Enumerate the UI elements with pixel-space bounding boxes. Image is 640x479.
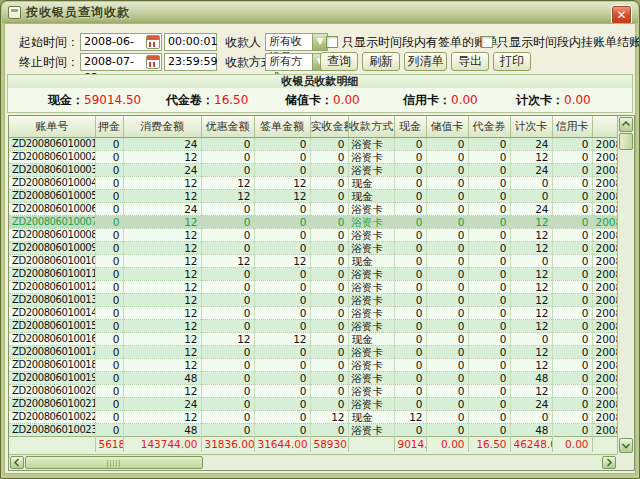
calendar-icon[interactable]	[146, 35, 160, 49]
column-header[interactable]: 优惠金额	[201, 116, 254, 137]
cell: 0	[426, 332, 468, 345]
table-row[interactable]: ZD200806010021024000浴资卡0002402008-0	[9, 397, 617, 410]
cell: 0	[552, 423, 592, 436]
cell: 0	[310, 293, 348, 306]
column-header[interactable]	[592, 116, 617, 137]
cell: ZD200806010009	[9, 241, 95, 254]
table-row[interactable]: ZD200806010023048000浴资卡0004802008-0	[9, 423, 617, 436]
refresh-button[interactable]: 刷新	[362, 52, 400, 71]
table-row[interactable]: ZD200806010009012000浴资卡0001202008-0	[9, 241, 617, 254]
list-button[interactable]: 列清单	[404, 52, 447, 71]
credit-settle-checkbox[interactable]	[481, 36, 493, 48]
cell: 0	[394, 293, 426, 306]
scroll-left-icon[interactable]	[10, 456, 24, 469]
table-row[interactable]: ZD200806010018012000浴资卡0001202008-0	[9, 358, 617, 371]
total-cell	[348, 436, 394, 452]
summary-storedcard-value: 0.00	[333, 93, 360, 107]
query-button[interactable]: 查询	[320, 52, 358, 71]
cell: 0	[310, 397, 348, 410]
table-row[interactable]: ZD200806010012012000浴资卡0001202008-0	[9, 280, 617, 293]
column-header[interactable]: 收款方式	[348, 116, 394, 137]
horizontal-scrollbar[interactable]	[9, 454, 617, 470]
chevron-down-icon[interactable]: ▼	[312, 34, 327, 50]
cell: 0	[426, 397, 468, 410]
table-row[interactable]: ZD200806010002012000浴资卡0001202008-0	[9, 150, 617, 163]
cell: 0	[426, 280, 468, 293]
table-row[interactable]: ZD200806010008012000浴资卡0001202008-0	[9, 228, 617, 241]
method-select[interactable]: 所有方式 ▼	[265, 53, 328, 71]
cell: 0	[394, 306, 426, 319]
cell: 48	[510, 423, 552, 436]
table-row[interactable]: ZD200806010013012000浴资卡0001202008-0	[9, 293, 617, 306]
table-row[interactable]: ZD2008060100220120012现金1200002008-0	[9, 410, 617, 423]
cell: ZD200806010001	[9, 137, 95, 150]
cell: 12	[254, 189, 310, 202]
cell: 24	[123, 137, 201, 150]
cell: 12	[123, 410, 201, 423]
cell: 0	[95, 293, 123, 306]
scroll-up-icon[interactable]	[619, 117, 633, 132]
print-button[interactable]: 打印	[493, 52, 531, 71]
table-row[interactable]: ZD200806010015012000浴资卡0001202008-0	[9, 319, 617, 332]
cell: 0	[394, 254, 426, 267]
title-bar[interactable]: 按收银员查询收款	[2, 2, 638, 23]
end-date-field[interactable]: 2008-07-02	[80, 53, 162, 71]
scroll-down-icon[interactable]	[619, 438, 633, 453]
table-row[interactable]: ZD200806010003024000浴资卡0002402008-0	[9, 163, 617, 176]
cell: 0	[254, 384, 310, 397]
column-header[interactable]: 押金	[95, 116, 123, 137]
column-header[interactable]: 信用卡	[552, 116, 592, 137]
close-button[interactable]: ✕	[611, 5, 632, 25]
table-row[interactable]: ZD200806010020012000浴资卡0001202008-0	[9, 384, 617, 397]
table-row[interactable]: ZD20080601000401212120现金000002008-0	[9, 176, 617, 189]
signed-bills-checkbox[interactable]	[326, 36, 338, 48]
cell: ZD200806010008	[9, 228, 95, 241]
column-header[interactable]: 账单号	[9, 116, 95, 137]
cell: 2008-0	[592, 410, 617, 423]
payee-select[interactable]: 所有收银员 ▼	[265, 33, 328, 51]
cell: 0	[310, 280, 348, 293]
cell: 0	[394, 397, 426, 410]
column-header[interactable]: 签单金额	[254, 116, 310, 137]
vertical-scroll-thumb[interactable]	[619, 133, 633, 150]
cell: 0	[468, 280, 510, 293]
start-date-field[interactable]: 2008-06-01	[80, 33, 162, 51]
credit-settle-checkbox-label: 只显示时间段内挂账单结账	[497, 35, 640, 49]
table-header-row[interactable]: 账单号押金消费金额优惠金额签单金额实收金额收款方式现金储值卡代金券计次卡信用卡	[9, 116, 617, 137]
scroll-right-icon[interactable]	[602, 456, 616, 469]
table-row[interactable]: ZD200806010017012000浴资卡0001202008-0	[9, 345, 617, 358]
app-window: 按收银员查询收款 ✕ 起始时间： 2008-06-01 00:00:01 收款人…	[0, 0, 640, 479]
table-row[interactable]: ZD200806010019048000浴资卡0004802008-0	[9, 371, 617, 384]
cell: 0	[254, 293, 310, 306]
table-row[interactable]: ZD200806010014012000浴资卡0001202008-0	[9, 306, 617, 319]
cell: 0	[552, 163, 592, 176]
cell: 0	[310, 345, 348, 358]
column-header[interactable]: 实收金额	[310, 116, 348, 137]
start-time-field[interactable]: 00:00:01	[164, 33, 217, 51]
table-row[interactable]: ZD200806010001024000浴资卡0002402008-0	[9, 137, 617, 150]
column-header[interactable]: 储值卡	[426, 116, 468, 137]
column-header[interactable]: 计次卡	[510, 116, 552, 137]
cell: 0	[394, 137, 426, 150]
cell: 0	[310, 371, 348, 384]
table-row[interactable]: ZD20080601001001212120现金000002008-0	[9, 254, 617, 267]
end-time-field[interactable]: 23:59:59	[164, 53, 217, 71]
calendar-icon[interactable]	[146, 55, 160, 69]
cell: 0	[468, 215, 510, 228]
cell: 0	[254, 371, 310, 384]
table-row[interactable]: ZD200806010007012000浴资卡0001202008-0	[9, 215, 617, 228]
total-cell: 16.50	[468, 436, 510, 452]
cell: 12	[123, 319, 201, 332]
table-row[interactable]: ZD20080601000501212120现金000002008-0	[9, 189, 617, 202]
table-row[interactable]: ZD200806010006024000浴资卡0002402008-0	[9, 202, 617, 215]
horizontal-scroll-thumb[interactable]	[25, 456, 203, 469]
column-header[interactable]: 现金	[394, 116, 426, 137]
export-button[interactable]: 导出	[451, 52, 489, 71]
column-header[interactable]: 消费金额	[123, 116, 201, 137]
table-row[interactable]: ZD200806010011012000浴资卡0001202008-0	[9, 267, 617, 280]
cell: 0	[468, 176, 510, 189]
cell: 0	[254, 397, 310, 410]
vertical-scrollbar[interactable]	[617, 116, 634, 454]
column-header[interactable]: 代金券	[468, 116, 510, 137]
table-row[interactable]: ZD20080601001601212120现金000002008-0	[9, 332, 617, 345]
